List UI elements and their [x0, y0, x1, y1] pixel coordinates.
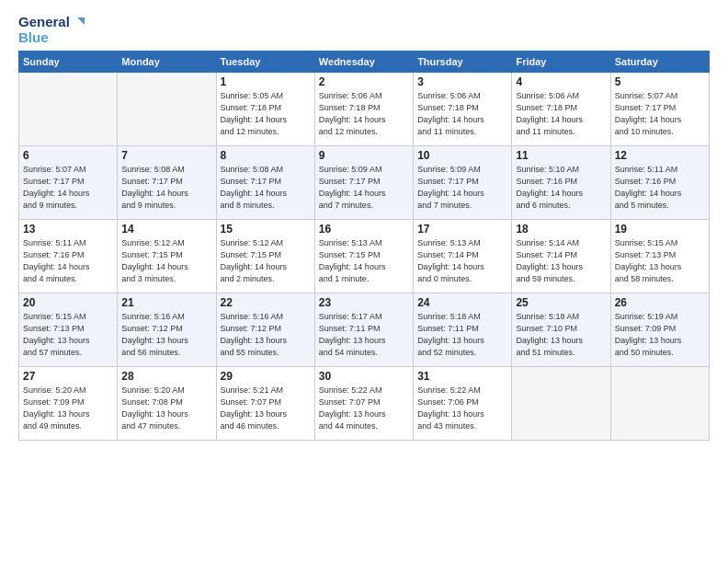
calendar-week-row: 13Sunrise: 5:11 AMSunset: 7:16 PMDayligh… — [19, 220, 710, 293]
calendar-cell: 10Sunrise: 5:09 AMSunset: 7:17 PMDayligh… — [414, 146, 512, 220]
day-number: 20 — [23, 296, 113, 309]
col-header-monday: Monday — [118, 52, 216, 73]
day-info: Sunrise: 5:18 AMSunset: 7:11 PMDaylight:… — [417, 311, 507, 359]
day-info: Sunrise: 5:06 AMSunset: 7:18 PMDaylight:… — [417, 90, 507, 138]
calendar-cell — [19, 73, 118, 146]
day-number: 9 — [319, 149, 409, 162]
calendar-cell: 15Sunrise: 5:12 AMSunset: 7:15 PMDayligh… — [216, 220, 314, 293]
col-header-sunday: Sunday — [19, 52, 118, 73]
svg-marker-0 — [77, 17, 85, 25]
day-number: 21 — [121, 296, 211, 309]
calendar-table: SundayMondayTuesdayWednesdayThursdayFrid… — [18, 51, 710, 441]
day-info: Sunrise: 5:09 AMSunset: 7:17 PMDaylight:… — [417, 164, 507, 212]
day-info: Sunrise: 5:16 AMSunset: 7:12 PMDaylight:… — [121, 311, 211, 359]
day-number: 2 — [319, 75, 409, 88]
calendar-week-row: 27Sunrise: 5:20 AMSunset: 7:09 PMDayligh… — [19, 367, 710, 441]
logo-graphic: General Blue — [18, 15, 85, 45]
calendar-cell: 20Sunrise: 5:15 AMSunset: 7:13 PMDayligh… — [19, 293, 118, 367]
day-info: Sunrise: 5:13 AMSunset: 7:14 PMDaylight:… — [417, 237, 507, 285]
calendar-cell — [118, 73, 216, 146]
day-number: 29 — [221, 370, 311, 383]
calendar-cell: 16Sunrise: 5:13 AMSunset: 7:15 PMDayligh… — [314, 220, 413, 293]
day-number: 8 — [221, 149, 311, 162]
day-info: Sunrise: 5:07 AMSunset: 7:17 PMDaylight:… — [23, 164, 113, 212]
calendar-cell: 14Sunrise: 5:12 AMSunset: 7:15 PMDayligh… — [118, 220, 216, 293]
calendar-cell: 3Sunrise: 5:06 AMSunset: 7:18 PMDaylight… — [414, 73, 512, 146]
day-number: 18 — [516, 223, 606, 236]
day-info: Sunrise: 5:22 AMSunset: 7:07 PMDaylight:… — [319, 385, 409, 432]
day-info: Sunrise: 5:07 AMSunset: 7:17 PMDaylight:… — [615, 90, 705, 138]
day-number: 13 — [23, 223, 113, 236]
day-number: 27 — [23, 370, 113, 383]
day-info: Sunrise: 5:13 AMSunset: 7:15 PMDaylight:… — [319, 237, 409, 285]
day-number: 31 — [417, 370, 507, 383]
calendar-cell: 22Sunrise: 5:16 AMSunset: 7:12 PMDayligh… — [216, 293, 314, 367]
calendar-cell: 4Sunrise: 5:06 AMSunset: 7:18 PMDaylight… — [512, 73, 610, 146]
col-header-wednesday: Wednesday — [314, 52, 413, 73]
calendar-cell — [512, 367, 610, 441]
day-number: 11 — [516, 149, 606, 162]
day-info: Sunrise: 5:21 AMSunset: 7:07 PMDaylight:… — [221, 385, 311, 432]
day-number: 3 — [417, 75, 507, 88]
day-info: Sunrise: 5:08 AMSunset: 7:17 PMDaylight:… — [221, 164, 311, 212]
calendar-cell: 17Sunrise: 5:13 AMSunset: 7:14 PMDayligh… — [414, 220, 512, 293]
calendar-cell: 11Sunrise: 5:10 AMSunset: 7:16 PMDayligh… — [512, 146, 610, 220]
day-number: 26 — [615, 296, 705, 309]
col-header-tuesday: Tuesday — [216, 52, 314, 73]
day-info: Sunrise: 5:06 AMSunset: 7:18 PMDaylight:… — [319, 90, 409, 138]
day-number: 10 — [417, 149, 507, 162]
col-header-friday: Friday — [512, 52, 610, 73]
col-header-thursday: Thursday — [414, 52, 512, 73]
calendar-cell: 5Sunrise: 5:07 AMSunset: 7:17 PMDaylight… — [610, 73, 709, 146]
calendar-cell: 23Sunrise: 5:17 AMSunset: 7:11 PMDayligh… — [314, 293, 413, 367]
header: General Blue — [18, 15, 710, 45]
calendar-cell: 27Sunrise: 5:20 AMSunset: 7:09 PMDayligh… — [19, 367, 118, 441]
calendar-week-row: 20Sunrise: 5:15 AMSunset: 7:13 PMDayligh… — [19, 293, 710, 367]
day-number: 15 — [221, 223, 311, 236]
day-info: Sunrise: 5:06 AMSunset: 7:18 PMDaylight:… — [516, 90, 606, 138]
calendar-cell: 7Sunrise: 5:08 AMSunset: 7:17 PMDaylight… — [118, 146, 216, 220]
day-info: Sunrise: 5:20 AMSunset: 7:08 PMDaylight:… — [121, 385, 211, 432]
day-info: Sunrise: 5:20 AMSunset: 7:09 PMDaylight:… — [23, 385, 113, 432]
calendar-cell: 28Sunrise: 5:20 AMSunset: 7:08 PMDayligh… — [118, 367, 216, 441]
day-number: 25 — [516, 296, 606, 309]
calendar-cell: 12Sunrise: 5:11 AMSunset: 7:16 PMDayligh… — [610, 146, 709, 220]
day-info: Sunrise: 5:19 AMSunset: 7:09 PMDaylight:… — [615, 311, 705, 359]
logo-general: General — [18, 15, 70, 30]
calendar-cell: 1Sunrise: 5:05 AMSunset: 7:18 PMDaylight… — [216, 73, 314, 146]
calendar-cell: 13Sunrise: 5:11 AMSunset: 7:16 PMDayligh… — [19, 220, 118, 293]
day-info: Sunrise: 5:12 AMSunset: 7:15 PMDaylight:… — [221, 237, 311, 285]
calendar-cell: 21Sunrise: 5:16 AMSunset: 7:12 PMDayligh… — [118, 293, 216, 367]
col-header-saturday: Saturday — [610, 52, 709, 73]
day-number: 5 — [615, 75, 705, 88]
calendar-cell: 24Sunrise: 5:18 AMSunset: 7:11 PMDayligh… — [414, 293, 512, 367]
calendar-cell: 30Sunrise: 5:22 AMSunset: 7:07 PMDayligh… — [314, 367, 413, 441]
calendar-cell: 26Sunrise: 5:19 AMSunset: 7:09 PMDayligh… — [610, 293, 709, 367]
day-info: Sunrise: 5:14 AMSunset: 7:14 PMDaylight:… — [516, 237, 606, 285]
day-number: 6 — [23, 149, 113, 162]
day-info: Sunrise: 5:05 AMSunset: 7:18 PMDaylight:… — [221, 90, 311, 138]
calendar-cell: 2Sunrise: 5:06 AMSunset: 7:18 PMDaylight… — [314, 73, 413, 146]
day-info: Sunrise: 5:11 AMSunset: 7:16 PMDaylight:… — [23, 237, 113, 285]
calendar-cell: 19Sunrise: 5:15 AMSunset: 7:13 PMDayligh… — [610, 220, 709, 293]
day-number: 7 — [121, 149, 211, 162]
day-info: Sunrise: 5:15 AMSunset: 7:13 PMDaylight:… — [615, 237, 705, 285]
day-number: 30 — [319, 370, 409, 383]
calendar-cell: 31Sunrise: 5:22 AMSunset: 7:06 PMDayligh… — [414, 367, 512, 441]
day-number: 16 — [319, 223, 409, 236]
day-number: 22 — [221, 296, 311, 309]
day-number: 19 — [615, 223, 705, 236]
calendar-page: General Blue SundayMondayTuesdayWednesda… — [0, 0, 728, 563]
day-info: Sunrise: 5:18 AMSunset: 7:10 PMDaylight:… — [516, 311, 606, 359]
day-info: Sunrise: 5:11 AMSunset: 7:16 PMDaylight:… — [615, 164, 705, 212]
day-number: 1 — [221, 75, 311, 88]
day-info: Sunrise: 5:15 AMSunset: 7:13 PMDaylight:… — [23, 311, 113, 359]
logo-arrow-icon — [72, 16, 85, 29]
calendar-cell: 8Sunrise: 5:08 AMSunset: 7:17 PMDaylight… — [216, 146, 314, 220]
day-info: Sunrise: 5:12 AMSunset: 7:15 PMDaylight:… — [121, 237, 211, 285]
day-number: 23 — [319, 296, 409, 309]
calendar-cell: 6Sunrise: 5:07 AMSunset: 7:17 PMDaylight… — [19, 146, 118, 220]
day-info: Sunrise: 5:10 AMSunset: 7:16 PMDaylight:… — [516, 164, 606, 212]
calendar-cell: 29Sunrise: 5:21 AMSunset: 7:07 PMDayligh… — [216, 367, 314, 441]
logo-blue: Blue — [18, 30, 49, 46]
